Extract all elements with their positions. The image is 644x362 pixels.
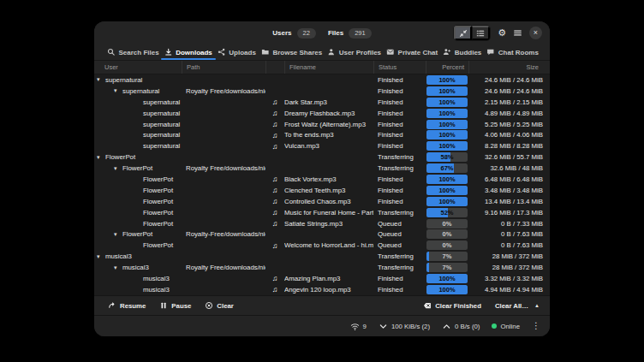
status-cell: Finished: [373, 187, 426, 194]
tab-label: Uploads: [229, 49, 256, 56]
table-row[interactable]: supernatural♫Frost Waltz (Alternate).mp3…: [94, 119, 550, 130]
settings-button[interactable]: ⚙: [498, 28, 506, 38]
gear-icon: ⚙: [498, 28, 506, 38]
column-header-file-icon[interactable]: [265, 61, 284, 74]
share-icon: [218, 48, 226, 56]
column-header-user[interactable]: User: [94, 61, 182, 74]
expander-icon[interactable]: ▾: [97, 154, 105, 161]
percent-cell: 100%: [426, 86, 468, 96]
table-row[interactable]: supernatural♫To the ends.mp3Finished100%…: [94, 129, 550, 140]
table-row[interactable]: ▾FlowerPotTransferring58%32.6 MiB / 55.7…: [94, 151, 550, 163]
expander-icon[interactable]: ▾: [114, 264, 122, 271]
column-header-filename[interactable]: Filename: [284, 61, 373, 74]
chat-icon: [486, 48, 495, 56]
tab-browse-shares[interactable]: Browse Shares: [259, 45, 325, 60]
percent-label: 100%: [426, 120, 468, 129]
user-cell: musical3: [94, 275, 182, 282]
table-row[interactable]: FlowerPot♫Clenched Teeth.mp3Finished100%…: [94, 185, 550, 196]
size-cell: 3.32 MiB / 3.32 MiB: [468, 275, 543, 282]
table-row[interactable]: supernatural♫Vulcan.mp3Finished100%8.28 …: [94, 140, 550, 151]
user-cell: FlowerPot: [94, 175, 182, 183]
percent-cell: 0%: [426, 240, 468, 250]
resume-button[interactable]: Resume: [101, 300, 152, 312]
user-cell: ▾musical3: [94, 264, 182, 271]
chevron-down-icon: [379, 322, 388, 331]
tab-buddies[interactable]: Buddies: [440, 45, 484, 60]
table-row[interactable]: ▾supernaturalRoyalty Free/downloads/nico…: [94, 86, 550, 97]
percent-cell: 100%: [426, 285, 468, 294]
table-row[interactable]: ▾supernaturalFinished100%24.6 MiB / 24.6…: [94, 74, 550, 86]
table-row[interactable]: supernatural♫Dreamy Flashback.mp3Finishe…: [94, 108, 550, 119]
tab-chat-rooms[interactable]: Chat Rooms: [484, 45, 541, 60]
table-row[interactable]: supernatural♫Dark Star.mp3Finished100%2.…: [94, 97, 550, 108]
view-toggle-group: [453, 25, 491, 41]
expander-icon[interactable]: ▾: [97, 253, 105, 260]
user-name: supernatural: [105, 76, 142, 84]
pause-button[interactable]: Pause: [152, 300, 198, 312]
expander-icon[interactable]: ▾: [97, 76, 105, 83]
column-header-percent[interactable]: Percent: [426, 61, 468, 74]
percent-cell: 7%: [426, 252, 468, 261]
pause-icon: [159, 301, 168, 310]
clear-button[interactable]: Clear: [198, 300, 241, 312]
column-header-size[interactable]: Size: [468, 61, 543, 74]
table-row[interactable]: musical3♫Angevin 120 loop.mp3Finished100…: [94, 284, 550, 295]
filename-cell: Amazing Plan.mp3: [284, 275, 373, 282]
table-row[interactable]: ▾FlowerPotRoyalty-Free/downloads/nicotin…: [94, 228, 550, 240]
user-cell: ▾FlowerPot: [94, 153, 182, 161]
percent-label: 52%: [426, 208, 468, 217]
user-name: FlowerPot: [143, 175, 173, 183]
table-row[interactable]: FlowerPot♫Black Vortex.mp3Finished100%6.…: [94, 174, 550, 185]
tab-private-chat[interactable]: Private Chat: [384, 45, 440, 60]
user-cell: supernatural: [94, 110, 182, 117]
music-note-icon: ♫: [265, 187, 284, 194]
menu-button[interactable]: [513, 28, 522, 38]
table-row[interactable]: ▾FlowerPotRoyalty Free/downloads/nicotin…: [94, 163, 550, 174]
clear-finished-button[interactable]: Clear Finished: [416, 300, 488, 312]
table-row[interactable]: FlowerPot♫Music for Funeral Home - Part …: [94, 207, 550, 218]
expander-icon[interactable]: ▾: [114, 165, 122, 172]
upload-speed-indicator[interactable]: 0 B/s (0): [442, 322, 480, 331]
tab-downloads[interactable]: Downloads: [162, 45, 215, 60]
download-speed-indicator[interactable]: 100 KiB/s (2): [379, 322, 430, 331]
table-row[interactable]: FlowerPot♫Controlled Chaos.mp3Finished10…: [94, 196, 550, 207]
table-row[interactable]: ▾musical3Transferring7%28 MiB / 372 MiB: [94, 251, 550, 262]
filename-cell: Dark Star.mp3: [284, 98, 373, 106]
user-cell: ▾supernatural: [94, 76, 182, 84]
hamburger-menu-icon: [513, 28, 522, 38]
music-note-icon: ♫: [265, 209, 284, 217]
music-note-icon: ♫: [265, 198, 284, 205]
status-cell: Transferring: [373, 264, 426, 271]
online-status[interactable]: Online: [492, 323, 520, 330]
expander-icon[interactable]: ▾: [114, 231, 122, 238]
percent-cell: 7%: [426, 263, 468, 272]
tab-label: Downloads: [176, 49, 212, 56]
compact-view-button[interactable]: [454, 26, 472, 40]
table-row[interactable]: FlowerPot♫Welcome to HorrorLand - hi.mp3…: [94, 240, 550, 251]
tab-uploads[interactable]: Uploads: [215, 45, 259, 60]
close-button[interactable]: ×: [529, 27, 542, 39]
expander-icon[interactable]: ▾: [114, 87, 122, 94]
user-cell: supernatural: [94, 98, 182, 106]
column-header-status[interactable]: Status: [373, 61, 426, 74]
list-view-button[interactable]: [472, 26, 490, 40]
percent-label: 58%: [426, 152, 468, 162]
percent-cell: 100%: [426, 98, 468, 107]
online-status-dot-icon: [492, 323, 497, 329]
table-row[interactable]: ▾musical3Royalty Free/downloads/nicotine…: [94, 262, 550, 273]
path-cell: Royalty Free/downloads/nicotine: [182, 164, 265, 172]
status-cell: Transferring: [373, 153, 426, 161]
table-row[interactable]: FlowerPot♫Satiate Strings.mp3Queued0%0 B…: [94, 218, 550, 229]
table-row[interactable]: musical3♫Amazing Plan.mp3Finished100%3.3…: [94, 273, 550, 284]
tab-user-profiles[interactable]: User Profiles: [325, 45, 384, 60]
tab-search-files[interactable]: Search Files: [104, 45, 162, 60]
column-header-path[interactable]: Path: [182, 61, 265, 74]
progress-bar: 52%: [426, 208, 468, 217]
clear-all-button[interactable]: Clear All… ▲: [488, 300, 543, 312]
size-cell: 13.4 MiB / 13.4 MiB: [468, 198, 543, 205]
status-menu-button[interactable]: ⋮: [532, 322, 540, 330]
music-note-icon: ♫: [265, 220, 284, 228]
action-bar: Resume Pause Clear Clear Finished Clear …: [94, 295, 550, 315]
connections-indicator[interactable]: 9: [350, 322, 367, 331]
percent-label: 67%: [426, 163, 468, 173]
